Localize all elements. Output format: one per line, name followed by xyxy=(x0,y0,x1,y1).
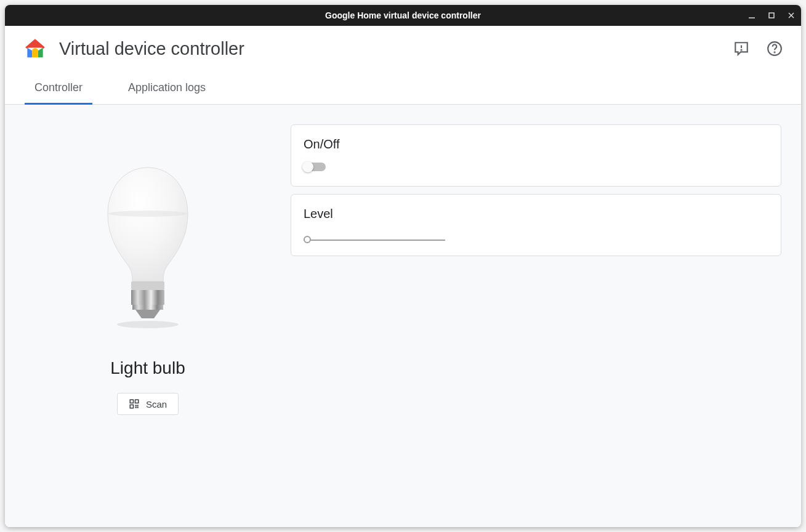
svg-rect-13 xyxy=(132,305,163,310)
tab-label: Controller xyxy=(34,81,83,94)
slider-thumb xyxy=(304,236,311,243)
level-card: Level xyxy=(291,194,781,256)
feedback-icon[interactable] xyxy=(733,41,749,57)
onoff-title: On/Off xyxy=(304,137,768,151)
svg-point-14 xyxy=(117,321,179,328)
app-title: Virtual device controller xyxy=(59,39,244,59)
app-window: Google Home virtual device controller Vi… xyxy=(5,5,801,527)
onoff-card: On/Off xyxy=(291,124,781,187)
svg-rect-16 xyxy=(135,400,138,403)
header-actions xyxy=(733,41,783,57)
slider-container xyxy=(304,232,445,241)
controls-panel: On/Off Level xyxy=(291,124,781,507)
tab-label: Application logs xyxy=(128,81,206,94)
svg-point-5 xyxy=(741,50,741,50)
lightbulb-image xyxy=(92,161,203,334)
svg-point-7 xyxy=(774,52,775,52)
svg-rect-15 xyxy=(130,400,133,403)
onoff-toggle[interactable] xyxy=(304,163,326,171)
header: Virtual device controller xyxy=(5,26,801,71)
svg-point-8 xyxy=(108,211,187,217)
svg-rect-20 xyxy=(135,407,136,408)
tabs: Controller Application logs xyxy=(5,71,801,105)
device-name: Light bulb xyxy=(110,358,185,378)
tab-application-logs[interactable]: Application logs xyxy=(118,71,216,104)
device-panel: Light bulb Scan xyxy=(25,124,271,507)
scan-button-label: Scan xyxy=(146,399,167,409)
content: Light bulb Scan On/Off xyxy=(5,105,801,527)
help-icon[interactable] xyxy=(767,41,783,57)
svg-rect-18 xyxy=(135,405,136,406)
svg-rect-21 xyxy=(137,407,138,408)
svg-rect-9 xyxy=(131,281,164,290)
level-slider[interactable] xyxy=(304,240,445,241)
svg-rect-10 xyxy=(131,290,164,295)
google-home-logo-icon xyxy=(23,37,47,60)
maximize-button[interactable] xyxy=(767,10,776,20)
toggle-knob xyxy=(302,161,313,172)
window-title: Google Home virtual device controller xyxy=(325,10,481,20)
qr-code-icon xyxy=(129,398,140,409)
svg-rect-11 xyxy=(131,295,164,300)
level-title: Level xyxy=(304,207,768,221)
close-button[interactable] xyxy=(786,10,796,20)
svg-rect-17 xyxy=(130,405,133,408)
scan-button[interactable]: Scan xyxy=(117,393,179,415)
svg-rect-12 xyxy=(131,300,164,305)
window-controls xyxy=(747,10,796,20)
svg-rect-1 xyxy=(769,13,774,18)
titlebar: Google Home virtual device controller xyxy=(5,5,801,26)
minimize-button[interactable] xyxy=(747,10,757,20)
svg-rect-19 xyxy=(137,405,138,406)
tab-controller[interactable]: Controller xyxy=(25,71,92,104)
